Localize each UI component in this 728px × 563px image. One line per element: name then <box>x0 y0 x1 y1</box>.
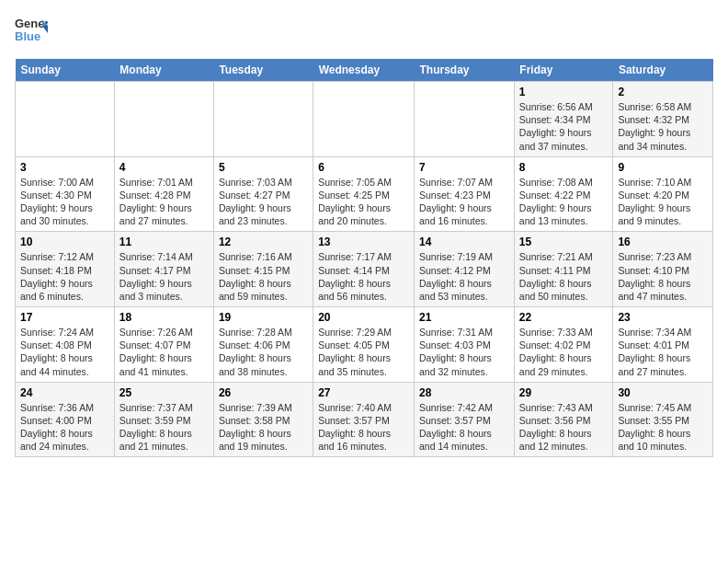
calendar-cell <box>114 82 213 157</box>
day-number: 28 <box>419 386 509 399</box>
calendar-cell: 28Sunrise: 7:42 AM Sunset: 3:57 PM Dayli… <box>415 382 515 457</box>
calendar-cell: 22Sunrise: 7:33 AM Sunset: 4:02 PM Dayli… <box>514 307 613 383</box>
day-info: Sunrise: 7:17 AM Sunset: 4:14 PM Dayligh… <box>318 250 409 303</box>
calendar-cell: 14Sunrise: 7:19 AM Sunset: 4:12 PM Dayli… <box>415 232 515 307</box>
calendar-cell: 2Sunrise: 6:58 AM Sunset: 4:32 PM Daylig… <box>613 82 713 157</box>
calendar-cell: 30Sunrise: 7:45 AM Sunset: 3:55 PM Dayli… <box>613 382 713 457</box>
calendar-table: SundayMondayTuesdayWednesdayThursdayFrid… <box>15 59 713 457</box>
week-row-1: 1Sunrise: 6:56 AM Sunset: 4:34 PM Daylig… <box>16 82 713 157</box>
day-number: 5 <box>219 161 308 174</box>
day-info: Sunrise: 7:36 AM Sunset: 4:00 PM Dayligh… <box>20 401 109 454</box>
calendar-cell: 8Sunrise: 7:08 AM Sunset: 4:22 PM Daylig… <box>514 156 613 232</box>
logo: General Blue <box>15 15 51 48</box>
calendar-cell: 1Sunrise: 6:56 AM Sunset: 4:34 PM Daylig… <box>514 82 613 157</box>
day-info: Sunrise: 7:26 AM Sunset: 4:07 PM Dayligh… <box>119 326 209 378</box>
day-info: Sunrise: 7:42 AM Sunset: 3:57 PM Dayligh… <box>419 401 509 454</box>
day-info: Sunrise: 7:37 AM Sunset: 3:59 PM Dayligh… <box>119 401 209 454</box>
day-info: Sunrise: 7:19 AM Sunset: 4:12 PM Dayligh… <box>419 250 509 303</box>
day-info: Sunrise: 7:10 AM Sunset: 4:20 PM Dayligh… <box>618 176 708 228</box>
day-info: Sunrise: 7:24 AM Sunset: 4:08 PM Dayligh… <box>20 326 109 378</box>
day-info: Sunrise: 7:01 AM Sunset: 4:28 PM Dayligh… <box>119 176 209 228</box>
calendar-cell: 25Sunrise: 7:37 AM Sunset: 3:59 PM Dayli… <box>114 382 213 457</box>
col-header-sunday: Sunday <box>16 59 115 82</box>
day-number: 2 <box>618 86 708 98</box>
day-info: Sunrise: 7:03 AM Sunset: 4:27 PM Dayligh… <box>219 176 308 228</box>
day-info: Sunrise: 7:00 AM Sunset: 4:30 PM Dayligh… <box>20 176 109 228</box>
day-number: 15 <box>519 236 609 248</box>
day-info: Sunrise: 7:28 AM Sunset: 4:06 PM Dayligh… <box>219 326 308 378</box>
calendar-cell <box>415 82 515 157</box>
day-number: 6 <box>318 161 409 174</box>
calendar-cell: 19Sunrise: 7:28 AM Sunset: 4:06 PM Dayli… <box>213 307 313 383</box>
day-number: 27 <box>318 386 409 399</box>
calendar-cell: 9Sunrise: 7:10 AM Sunset: 4:20 PM Daylig… <box>613 156 713 232</box>
calendar-cell: 3Sunrise: 7:00 AM Sunset: 4:30 PM Daylig… <box>16 156 115 232</box>
day-info: Sunrise: 7:07 AM Sunset: 4:23 PM Dayligh… <box>419 176 509 228</box>
day-info: Sunrise: 7:45 AM Sunset: 3:55 PM Dayligh… <box>618 401 708 454</box>
calendar-cell: 17Sunrise: 7:24 AM Sunset: 4:08 PM Dayli… <box>16 307 115 383</box>
day-number: 29 <box>519 386 609 399</box>
page-header: General Blue <box>15 15 713 48</box>
day-number: 14 <box>419 236 509 248</box>
day-info: Sunrise: 7:16 AM Sunset: 4:15 PM Dayligh… <box>219 250 308 303</box>
calendar-cell: 21Sunrise: 7:31 AM Sunset: 4:03 PM Dayli… <box>415 307 515 383</box>
day-info: Sunrise: 7:08 AM Sunset: 4:22 PM Dayligh… <box>519 176 609 228</box>
calendar-cell: 18Sunrise: 7:26 AM Sunset: 4:07 PM Dayli… <box>114 307 213 383</box>
calendar-cell: 4Sunrise: 7:01 AM Sunset: 4:28 PM Daylig… <box>114 156 213 232</box>
day-info: Sunrise: 7:31 AM Sunset: 4:03 PM Dayligh… <box>419 326 509 378</box>
day-number: 3 <box>20 161 109 174</box>
day-info: Sunrise: 6:58 AM Sunset: 4:32 PM Dayligh… <box>618 100 708 153</box>
calendar-cell: 23Sunrise: 7:34 AM Sunset: 4:01 PM Dayli… <box>613 307 713 383</box>
col-header-tuesday: Tuesday <box>213 59 313 82</box>
day-info: Sunrise: 7:14 AM Sunset: 4:17 PM Dayligh… <box>119 250 209 303</box>
calendar-cell: 12Sunrise: 7:16 AM Sunset: 4:15 PM Dayli… <box>213 232 313 307</box>
day-number: 18 <box>119 311 209 324</box>
col-header-thursday: Thursday <box>415 59 515 82</box>
day-info: Sunrise: 7:34 AM Sunset: 4:01 PM Dayligh… <box>618 326 708 378</box>
week-row-4: 17Sunrise: 7:24 AM Sunset: 4:08 PM Dayli… <box>16 307 713 383</box>
day-number: 30 <box>618 386 708 399</box>
day-info: Sunrise: 7:39 AM Sunset: 3:58 PM Dayligh… <box>219 401 308 454</box>
day-number: 16 <box>618 236 708 248</box>
day-info: Sunrise: 7:40 AM Sunset: 3:57 PM Dayligh… <box>318 401 409 454</box>
day-number: 26 <box>219 386 308 399</box>
calendar-cell: 6Sunrise: 7:05 AM Sunset: 4:25 PM Daylig… <box>313 156 415 232</box>
week-row-5: 24Sunrise: 7:36 AM Sunset: 4:00 PM Dayli… <box>16 382 713 457</box>
day-number: 12 <box>219 236 308 248</box>
day-number: 25 <box>119 386 209 399</box>
calendar-cell: 13Sunrise: 7:17 AM Sunset: 4:14 PM Dayli… <box>313 232 415 307</box>
svg-text:Blue: Blue <box>15 29 40 43</box>
day-number: 7 <box>419 161 509 174</box>
day-info: Sunrise: 7:29 AM Sunset: 4:05 PM Dayligh… <box>318 326 409 378</box>
day-number: 22 <box>519 311 609 324</box>
col-header-friday: Friday <box>514 59 613 82</box>
day-number: 9 <box>618 161 708 174</box>
week-row-3: 10Sunrise: 7:12 AM Sunset: 4:18 PM Dayli… <box>16 232 713 307</box>
calendar-cell: 7Sunrise: 7:07 AM Sunset: 4:23 PM Daylig… <box>415 156 515 232</box>
calendar-cell <box>313 82 415 157</box>
day-number: 1 <box>519 86 609 98</box>
day-info: Sunrise: 7:12 AM Sunset: 4:18 PM Dayligh… <box>20 250 109 303</box>
calendar-cell <box>16 82 115 157</box>
day-info: Sunrise: 7:33 AM Sunset: 4:02 PM Dayligh… <box>519 326 609 378</box>
calendar-cell: 29Sunrise: 7:43 AM Sunset: 3:56 PM Dayli… <box>514 382 613 457</box>
day-number: 8 <box>519 161 609 174</box>
day-number: 11 <box>119 236 209 248</box>
day-number: 23 <box>618 311 708 324</box>
calendar-cell: 5Sunrise: 7:03 AM Sunset: 4:27 PM Daylig… <box>213 156 313 232</box>
calendar-cell: 26Sunrise: 7:39 AM Sunset: 3:58 PM Dayli… <box>213 382 313 457</box>
calendar-cell: 15Sunrise: 7:21 AM Sunset: 4:11 PM Dayli… <box>514 232 613 307</box>
col-header-monday: Monday <box>114 59 213 82</box>
day-number: 21 <box>419 311 509 324</box>
col-header-saturday: Saturday <box>613 59 713 82</box>
calendar-cell: 20Sunrise: 7:29 AM Sunset: 4:05 PM Dayli… <box>313 307 415 383</box>
week-row-2: 3Sunrise: 7:00 AM Sunset: 4:30 PM Daylig… <box>16 156 713 232</box>
day-number: 17 <box>20 311 109 324</box>
calendar-cell <box>213 82 313 157</box>
day-number: 24 <box>20 386 109 399</box>
day-info: Sunrise: 7:43 AM Sunset: 3:56 PM Dayligh… <box>519 401 609 454</box>
calendar-cell: 24Sunrise: 7:36 AM Sunset: 4:00 PM Dayli… <box>16 382 115 457</box>
day-number: 20 <box>318 311 409 324</box>
day-number: 10 <box>20 236 109 248</box>
day-info: Sunrise: 7:21 AM Sunset: 4:11 PM Dayligh… <box>519 250 609 303</box>
